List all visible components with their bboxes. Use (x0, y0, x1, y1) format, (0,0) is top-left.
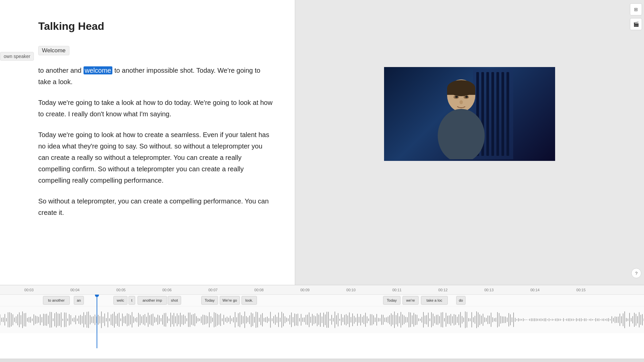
ruler-mark-9: 00:12 (437, 288, 448, 292)
transcript-panel: Talking Head own speaker Welcome to anot… (0, 0, 295, 285)
ruler-marks: 00:0300:0400:0500:0600:0700:0800:0900:10… (0, 285, 644, 294)
word-chip-0[interactable]: to another (43, 296, 70, 305)
svg-rect-6 (501, 72, 504, 156)
ruler-mark-7: 00:10 (345, 288, 356, 292)
waveform-row (0, 306, 644, 333)
svg-rect-10 (447, 88, 475, 95)
ruler-mark-8: 00:11 (391, 288, 402, 292)
right-panel: ⊞ 🎬 ? (295, 0, 644, 285)
svg-point-16 (465, 96, 468, 98)
word-chip-1[interactable]: an (74, 296, 84, 305)
timeline-scrollbar[interactable] (0, 359, 644, 362)
ruler-mark-3: 00:06 (161, 288, 172, 292)
svg-rect-3 (486, 72, 489, 156)
welcome-chip[interactable]: Welcome (38, 46, 69, 55)
ruler-mark-6: 00:09 (299, 288, 310, 292)
word-chip-9[interactable]: We're go (220, 296, 240, 305)
page-title: Talking Head (38, 20, 275, 33)
timeline-area: 00:0300:0400:0500:0600:0700:0800:0900:10… (0, 285, 644, 362)
svg-rect-7 (506, 72, 509, 156)
right-panel-top-area (295, 7, 644, 64)
ruler-mark-5: 00:08 (253, 288, 264, 292)
ruler-mark-10: 00:13 (483, 288, 494, 292)
video-preview[interactable] (384, 67, 555, 161)
waveform-svg (0, 310, 644, 330)
grid-button[interactable]: ⊞ (630, 3, 642, 15)
transcript-para-2: Today we're going to take a look at how … (38, 97, 275, 120)
svg-rect-4 (491, 72, 494, 156)
timeline-tracks: to anotheranwelctanother impshotTodayWe'… (0, 295, 644, 359)
word-chip-13[interactable]: take a loc (421, 296, 448, 305)
svg-point-17 (460, 100, 463, 104)
timeline-ruler: 00:0300:0400:0500:0600:0700:0800:0900:10… (0, 285, 644, 295)
welcome-block: Welcome (38, 46, 275, 55)
person-svg (426, 69, 513, 159)
video-placeholder (384, 67, 555, 161)
ruler-mark-11: 00:14 (529, 288, 540, 292)
word-chip-4[interactable]: t (128, 296, 135, 305)
film-button[interactable]: 🎬 (630, 18, 642, 30)
ruler-mark-4: 00:07 (207, 288, 218, 292)
ruler-mark-2: 00:05 (115, 288, 126, 292)
word-chip-5[interactable]: another imp (138, 296, 167, 305)
word-track-row: to anotheranwelctanother impshotTodayWe'… (0, 295, 644, 306)
word-chip-10[interactable]: look. (241, 296, 257, 305)
word-chip-6[interactable]: shot (168, 296, 181, 305)
word-chip-11[interactable]: Today (383, 296, 400, 305)
svg-rect-5 (496, 72, 499, 156)
para-1-text: to another and welcome to another imposs… (38, 65, 275, 87)
transcript-para-3: Today we're going to look at how to crea… (38, 129, 275, 186)
word-chip-12[interactable]: we're (402, 296, 419, 305)
ruler-mark-0: 00:03 (23, 288, 34, 292)
speaker-label[interactable]: own speaker (0, 52, 34, 61)
para-4-text: So without a teleprompter, you can creat… (38, 195, 275, 218)
transcript-para-1: to another and welcome to another imposs… (38, 65, 275, 87)
word-chip-3[interactable]: welc (113, 296, 127, 305)
para-1-before: to another and (38, 67, 84, 74)
highlighted-word[interactable]: welcome (84, 66, 113, 74)
svg-point-15 (455, 96, 458, 98)
word-chip-14[interactable]: do (456, 296, 466, 305)
para-3-text: Today we're going to look at how to crea… (38, 129, 275, 186)
help-button[interactable]: ? (631, 268, 641, 278)
ruler-mark-1: 00:04 (69, 288, 80, 292)
para-2-text: Today we're going to take a look at how … (38, 97, 275, 120)
word-chip-8[interactable]: Today (201, 296, 218, 305)
transcript-para-4: So without a teleprompter, you can creat… (38, 195, 275, 218)
ruler-mark-12: 00:15 (575, 288, 586, 292)
right-toolbar: ⊞ 🎬 (628, 0, 644, 30)
